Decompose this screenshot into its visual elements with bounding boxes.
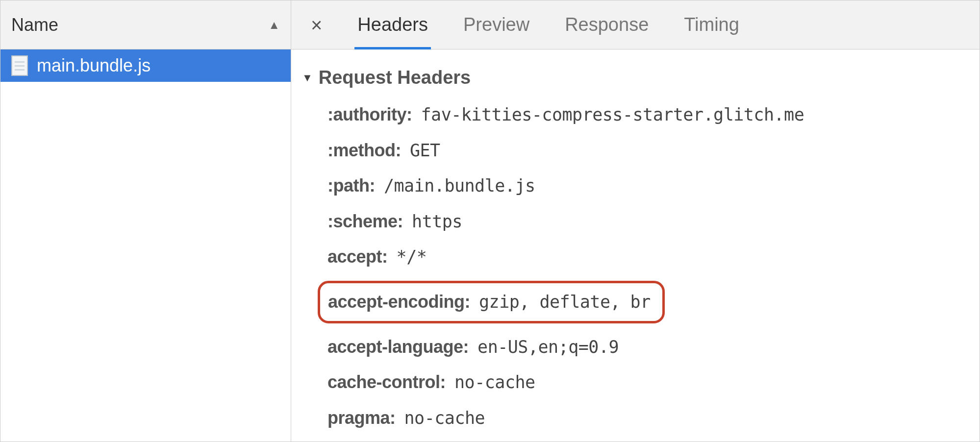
sort-ascending-icon: ▲	[268, 18, 280, 32]
section-header[interactable]: ▼ Request Headers	[302, 67, 969, 88]
request-detail-panel: × Headers Preview Response Timing ▼ Requ…	[291, 0, 980, 442]
file-icon	[11, 55, 28, 76]
header-value: https	[412, 210, 462, 233]
header-value: no-cache	[404, 407, 485, 430]
header-value: no-cache	[454, 371, 535, 394]
devtools-network-panel: Name ▲ main.bundle.js × Headers Preview …	[0, 0, 980, 442]
header-name: :scheme:	[327, 210, 403, 234]
highlighted-header: accept-encoding:gzip, deflate, br	[318, 281, 665, 323]
column-header-name[interactable]: Name	[11, 15, 58, 35]
request-headers-list: :authority:fav-kitties-compress-starter.…	[302, 103, 969, 430]
header-line: cache-control:no-cache	[327, 370, 969, 394]
tab-response[interactable]: Response	[565, 0, 649, 49]
header-value: en-US,en;q=0.9	[477, 336, 619, 359]
header-name: accept:	[327, 245, 388, 269]
tab-timing[interactable]: Timing	[684, 0, 739, 49]
detail-tabs: × Headers Preview Response Timing	[291, 0, 980, 49]
header-value: fav-kitties-compress-starter.glitch.me	[421, 103, 804, 126]
header-name: :path:	[327, 174, 375, 198]
header-name: cache-control:	[327, 370, 446, 394]
header-value: GET	[410, 139, 440, 162]
header-line: :method:GET	[327, 139, 969, 163]
header-value: /main.bundle.js	[384, 174, 535, 197]
disclosure-triangle-icon[interactable]: ▼	[302, 72, 313, 84]
header-value: gzip, deflate, br	[479, 291, 651, 314]
header-line: accept-encoding:gzip, deflate, br	[328, 290, 651, 314]
header-line: :authority:fav-kitties-compress-starter.…	[327, 103, 969, 127]
header-name: :method:	[327, 139, 401, 163]
header-name: accept-language:	[327, 335, 469, 359]
request-list-header[interactable]: Name ▲	[0, 0, 291, 49]
header-name: :authority:	[327, 103, 412, 127]
request-row-selected[interactable]: main.bundle.js	[0, 49, 291, 82]
header-name: accept-encoding:	[328, 290, 470, 314]
request-file-name: main.bundle.js	[37, 55, 151, 76]
header-line: accept-language:en-US,en;q=0.9	[327, 335, 969, 359]
section-title: Request Headers	[319, 67, 471, 88]
header-line: pragma:no-cache	[327, 406, 969, 430]
header-line: accept:*/*	[327, 245, 969, 269]
close-icon[interactable]: ×	[311, 15, 322, 35]
header-line: :path:/main.bundle.js	[327, 174, 969, 198]
tab-preview[interactable]: Preview	[463, 0, 529, 49]
request-list-panel: Name ▲ main.bundle.js	[0, 0, 291, 442]
header-value: */*	[397, 246, 427, 269]
header-name: pragma:	[327, 406, 396, 430]
tab-headers[interactable]: Headers	[357, 0, 428, 49]
header-line: :scheme:https	[327, 210, 969, 234]
headers-section: ▼ Request Headers :authority:fav-kitties…	[291, 49, 980, 442]
